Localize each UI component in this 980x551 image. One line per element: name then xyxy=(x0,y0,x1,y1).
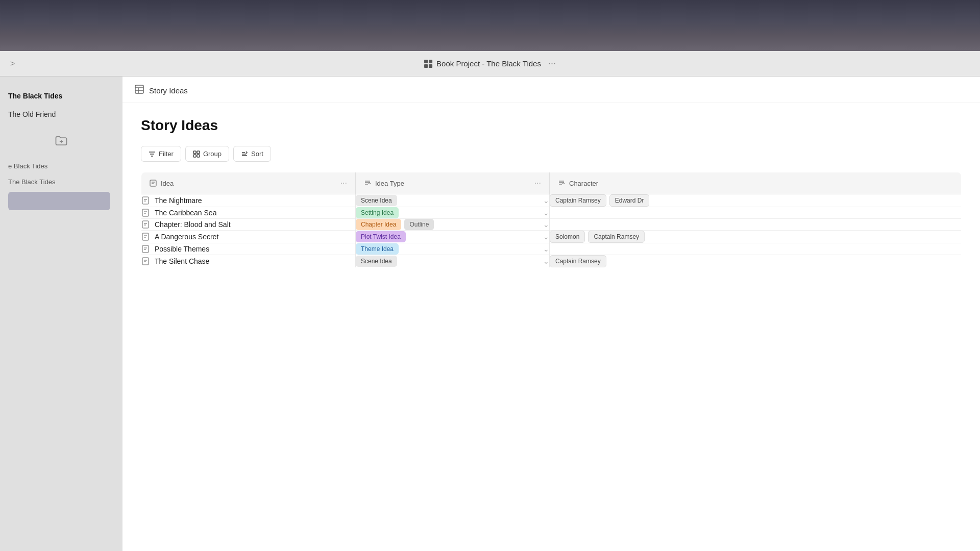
type-tag: Theme Idea xyxy=(356,243,399,255)
sort-button[interactable]: Sort xyxy=(233,146,271,162)
filter-icon xyxy=(149,151,156,158)
type-tag: Plot Twist Idea xyxy=(356,231,406,242)
column-header-type: Idea Type ··· xyxy=(356,172,550,194)
svg-rect-29 xyxy=(142,221,149,228)
svg-rect-23 xyxy=(142,197,149,204)
filter-label: Filter xyxy=(159,150,174,158)
sort-label: Sort xyxy=(251,150,263,158)
table-row: Possible Themes Theme Idea ⌄ xyxy=(141,243,962,255)
type-tag: Scene Idea xyxy=(356,195,397,206)
idea-column-label: Idea xyxy=(161,180,174,187)
group-label: Group xyxy=(203,150,222,158)
sort-icon xyxy=(241,151,248,158)
project-title: Book Project - The Black Tides xyxy=(436,59,541,68)
column-header-idea: Idea ··· xyxy=(141,172,356,194)
story-content: Story Ideas Filter xyxy=(122,103,980,551)
expand-row-button[interactable]: ⌄ xyxy=(543,209,549,217)
expand-row-button[interactable]: ⌄ xyxy=(543,233,549,241)
type-column-label: Idea Type xyxy=(375,180,404,187)
expand-row-button[interactable]: ⌄ xyxy=(543,220,549,229)
column-header-character: Character xyxy=(550,172,962,194)
new-folder-button[interactable] xyxy=(54,134,68,148)
story-title: Story Ideas xyxy=(141,117,962,134)
character-tag: Solomon xyxy=(550,231,585,243)
table-row: The Silent Chase Scene Idea ⌄ Captain Ra… xyxy=(141,255,962,268)
idea-title: The Caribbean Sea xyxy=(155,209,216,217)
type-tag: Setting Idea xyxy=(356,207,399,218)
page-header: Story Ideas xyxy=(122,77,980,103)
type-cell-3[interactable]: Plot Twist Idea ⌄ xyxy=(356,231,550,243)
type-column-icon xyxy=(364,180,371,187)
grid-icon xyxy=(424,60,432,68)
filter-button[interactable]: Filter xyxy=(141,146,181,162)
svg-rect-38 xyxy=(142,258,149,265)
type-cell-1[interactable]: Setting Idea ⌄ xyxy=(356,207,550,219)
type-cell-4[interactable]: Theme Idea ⌄ xyxy=(356,243,550,255)
app-bar: > Book Project - The Black Tides ··· xyxy=(0,51,980,77)
idea-title: A Dangerous Secret xyxy=(155,233,218,241)
sidebar-selected-item[interactable] xyxy=(8,192,110,210)
sidebar: The Black Tides The Old Friend e Black T… xyxy=(0,77,122,551)
table-header-row: Idea ··· xyxy=(141,172,962,194)
ideas-table: Idea ··· xyxy=(141,172,962,268)
idea-title: The Silent Chase xyxy=(155,257,209,265)
character-tag: Captain Ramsey xyxy=(550,194,606,207)
new-folder-area xyxy=(0,123,122,158)
expand-row-button[interactable]: ⌄ xyxy=(543,257,549,265)
character-cell-1 xyxy=(550,207,962,219)
row-doc-icon xyxy=(141,245,150,253)
idea-cell-1[interactable]: The Caribbean Sea xyxy=(141,207,356,219)
top-background xyxy=(0,0,980,51)
idea-column-options[interactable]: ··· xyxy=(340,179,347,188)
type-cell-2[interactable]: Chapter IdeaOutline ⌄ xyxy=(356,219,550,231)
sidebar-toggle-button[interactable]: > xyxy=(10,59,15,68)
character-column-label: Character xyxy=(569,180,598,187)
character-cell-5: Captain Ramsey xyxy=(550,255,962,268)
row-doc-icon xyxy=(141,233,150,241)
expand-row-button[interactable]: ⌄ xyxy=(543,196,549,205)
type-tag: Outline xyxy=(404,219,434,230)
idea-cell-2[interactable]: Chapter: Blood and Salt xyxy=(141,219,356,231)
app-bar-center: Book Project - The Black Tides ··· xyxy=(424,58,556,69)
table-row: Chapter: Blood and Salt Chapter IdeaOutl… xyxy=(141,219,962,231)
svg-rect-7 xyxy=(193,151,196,154)
type-cell-0[interactable]: Scene Idea ⌄ xyxy=(356,194,550,207)
character-cell-0: Captain RamseyEdward Dr xyxy=(550,194,962,207)
row-doc-icon xyxy=(141,196,150,205)
svg-rect-10 xyxy=(197,155,200,157)
idea-column-icon xyxy=(150,180,157,187)
sidebar-item-old-friend[interactable]: The Old Friend xyxy=(0,105,122,123)
character-tag: Edward Dr xyxy=(609,194,650,207)
type-cell-5[interactable]: Scene Idea ⌄ xyxy=(356,255,550,268)
idea-cell-4[interactable]: Possible Themes xyxy=(141,243,356,255)
character-cell-4 xyxy=(550,243,962,255)
table-row: A Dangerous Secret Plot Twist Idea ⌄ Sol… xyxy=(141,231,962,243)
svg-rect-14 xyxy=(150,180,156,186)
row-doc-icon xyxy=(141,220,150,229)
svg-rect-35 xyxy=(142,245,149,253)
group-button[interactable]: Group xyxy=(185,146,229,162)
type-tag: Chapter Idea xyxy=(356,219,401,230)
sidebar-sub-item-1[interactable]: e Black Tides xyxy=(0,158,122,174)
character-column-icon xyxy=(558,180,565,187)
svg-rect-26 xyxy=(142,209,149,216)
character-tag: Captain Ramsey xyxy=(550,255,606,267)
svg-rect-0 xyxy=(135,85,143,93)
group-icon xyxy=(193,151,200,158)
character-cell-3: SolomonCaptain Ramsey xyxy=(550,231,962,243)
svg-rect-9 xyxy=(193,155,196,157)
idea-cell-0[interactable]: The Nightmare xyxy=(141,194,356,207)
sidebar-sub-item-2[interactable]: The Black Tides xyxy=(0,174,122,190)
expand-row-button[interactable]: ⌄ xyxy=(543,245,549,253)
idea-cell-3[interactable]: A Dangerous Secret xyxy=(141,231,356,243)
svg-rect-8 xyxy=(197,151,200,154)
sidebar-item-black-tides[interactable]: The Black Tides xyxy=(0,87,122,105)
table-row: The Nightmare Scene Idea ⌄ Captain Ramse… xyxy=(141,194,962,207)
idea-title: The Nightmare xyxy=(155,196,202,205)
main-layout: The Black Tides The Old Friend e Black T… xyxy=(0,77,980,551)
more-options-button[interactable]: ··· xyxy=(548,58,556,69)
content-panel: Story Ideas Story Ideas Filter xyxy=(122,77,980,551)
idea-title: Chapter: Blood and Salt xyxy=(155,220,231,229)
idea-cell-5[interactable]: The Silent Chase xyxy=(141,255,356,268)
type-column-options[interactable]: ··· xyxy=(534,179,541,188)
